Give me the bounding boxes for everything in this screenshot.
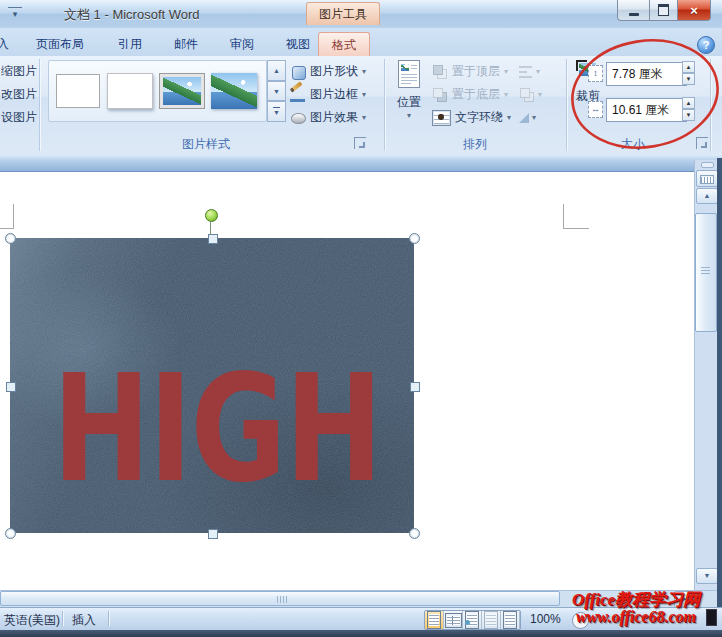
title-bar: ▾ 文档 1 - Microsoft Word 图片工具 × bbox=[0, 0, 722, 28]
tab-review[interactable]: 审阅 bbox=[218, 32, 266, 56]
print-layout-view-button[interactable] bbox=[425, 611, 444, 629]
handle-middle-right[interactable] bbox=[410, 382, 420, 392]
reset-picture-button[interactable]: 设图片 bbox=[1, 109, 41, 125]
bring-to-front-icon bbox=[432, 64, 448, 80]
position-button[interactable]: 位置 ▾ bbox=[390, 60, 428, 120]
thumb-grip bbox=[277, 596, 278, 603]
picture-styles-dialog-launcher-icon[interactable] bbox=[354, 137, 366, 149]
insert-mode-status[interactable]: 插入 bbox=[72, 612, 96, 629]
shape-width-icon: ↔ bbox=[588, 101, 603, 118]
tab-format-active[interactable]: 格式 bbox=[318, 32, 370, 57]
rotation-handle-stem bbox=[210, 221, 211, 235]
draft-view-icon bbox=[503, 611, 517, 629]
handle-bottom-right[interactable] bbox=[409, 528, 420, 539]
picture-styles-gallery[interactable] bbox=[48, 60, 267, 122]
text-wrapping-icon bbox=[432, 110, 451, 126]
handle-top-right[interactable] bbox=[409, 233, 420, 244]
change-picture-button[interactable]: 改图片 bbox=[1, 86, 41, 102]
height-spin-up-icon[interactable]: ▲ bbox=[682, 61, 695, 73]
web-layout-view-button[interactable] bbox=[463, 611, 482, 629]
horizontal-scroll-thumb[interactable] bbox=[0, 591, 560, 606]
close-button[interactable]: × bbox=[678, 0, 711, 21]
picture-style-thumbnail[interactable] bbox=[56, 74, 100, 108]
full-screen-reading-view-button[interactable] bbox=[444, 611, 463, 629]
group-divider bbox=[710, 59, 712, 151]
draft-view-button[interactable] bbox=[501, 611, 520, 629]
site-watermark: Office教程学习网 www.office68.com bbox=[552, 591, 720, 625]
ribbon: 缩图片 改图片 设图片 ▲ ▼ ▼ 图片形状 ▾ 图片边框 ▾ 图片效果 bbox=[0, 56, 722, 155]
handle-bottom-middle[interactable] bbox=[208, 529, 218, 539]
tab-mailings[interactable]: 邮件 bbox=[162, 32, 210, 56]
language-status[interactable]: 英语(美国) bbox=[4, 612, 60, 629]
group-button[interactable]: ▾ bbox=[519, 84, 555, 105]
close-icon: × bbox=[690, 3, 698, 18]
picture-tools-context-label: 图片工具 bbox=[306, 2, 380, 25]
handle-top-middle[interactable] bbox=[208, 234, 218, 244]
chevron-down-icon: ▾ bbox=[507, 113, 511, 122]
help-icon[interactable]: ? bbox=[697, 36, 715, 54]
scroll-up-icon[interactable]: ▲ bbox=[696, 188, 718, 204]
chevron-down-icon: ▾ bbox=[536, 67, 540, 76]
tab-partial-left[interactable]: 入 bbox=[0, 32, 12, 56]
tab-view[interactable]: 视图 bbox=[274, 32, 322, 56]
gallery-more-bar bbox=[273, 107, 280, 108]
word-window: ▾ 文档 1 - Microsoft Word 图片工具 × 入 页面布局 引用… bbox=[0, 0, 722, 637]
reading-view-icon bbox=[445, 613, 462, 628]
size-group-label: 大小 bbox=[568, 136, 698, 152]
window-controls: × bbox=[617, 0, 711, 20]
selected-picture[interactable]: HIGH bbox=[10, 238, 414, 533]
gallery-more-icon[interactable]: ▼ bbox=[267, 101, 286, 122]
shape-width-input[interactable]: 10.61 厘米 bbox=[606, 98, 687, 122]
status-separator bbox=[108, 611, 110, 626]
picture-shape-icon bbox=[290, 64, 306, 80]
rotate-button[interactable]: ▾ bbox=[519, 107, 555, 128]
height-spin-down-icon[interactable]: ▼ bbox=[682, 73, 695, 85]
picture-effects-button[interactable]: 图片效果 ▾ bbox=[290, 107, 382, 128]
width-spin-up-icon[interactable]: ▲ bbox=[682, 97, 695, 109]
picture-style-thumbnail[interactable] bbox=[211, 73, 257, 109]
shape-height-input[interactable]: 7.78 厘米 bbox=[606, 62, 687, 86]
view-ruler-button[interactable] bbox=[696, 170, 718, 187]
picture-style-thumbnail[interactable] bbox=[107, 73, 153, 109]
watermark-line1: Office教程学习网 bbox=[552, 591, 720, 608]
gallery-scroll-down-icon[interactable]: ▼ bbox=[267, 81, 286, 102]
handle-middle-left[interactable] bbox=[6, 382, 16, 392]
split-handle[interactable] bbox=[701, 162, 714, 168]
chevron-down-icon: ▾ bbox=[362, 67, 366, 76]
outline-view-button[interactable] bbox=[482, 611, 501, 629]
picture-effects-icon bbox=[290, 110, 306, 126]
tab-references[interactable]: 引用 bbox=[106, 32, 154, 56]
align-button[interactable]: ▾ bbox=[519, 61, 555, 82]
handle-bottom-left[interactable] bbox=[5, 528, 16, 539]
quick-access-more-icon[interactable]: ▾ bbox=[8, 7, 22, 22]
vertical-scroll-thumb[interactable] bbox=[695, 213, 717, 332]
gallery-scroll-up-icon[interactable]: ▲ bbox=[267, 60, 286, 81]
chevron-down-icon: ▾ bbox=[504, 67, 508, 76]
window-bottom-border bbox=[0, 630, 722, 637]
group-objects-icon bbox=[519, 87, 535, 103]
bring-to-front-button[interactable]: 置于顶层 ▾ bbox=[432, 61, 518, 82]
rotation-handle[interactable] bbox=[205, 209, 218, 222]
compress-pictures-button[interactable]: 缩图片 bbox=[1, 63, 41, 79]
picture-style-thumbnail[interactable] bbox=[160, 74, 204, 108]
picture-border-button[interactable]: 图片边框 ▾ bbox=[290, 84, 382, 105]
size-dialog-launcher-icon[interactable] bbox=[696, 137, 708, 149]
gallery-scroll-buttons: ▲ ▼ ▼ bbox=[267, 60, 286, 122]
view-shortcuts bbox=[424, 610, 521, 630]
restore-icon bbox=[658, 4, 669, 16]
window-right-border bbox=[717, 158, 722, 630]
send-to-back-button[interactable]: 置于底层 ▾ bbox=[432, 84, 518, 105]
minimize-button[interactable] bbox=[617, 0, 650, 21]
width-spinner: ▲ ▼ bbox=[682, 97, 695, 121]
restore-button[interactable] bbox=[650, 0, 678, 21]
picture-shape-button[interactable]: 图片形状 ▾ bbox=[290, 61, 382, 82]
handle-top-left[interactable] bbox=[5, 233, 16, 244]
text-wrapping-button[interactable]: 文字环绕 ▾ bbox=[432, 107, 518, 128]
scroll-down-icon[interactable]: ▼ bbox=[696, 568, 718, 584]
picture-border-icon bbox=[290, 87, 306, 103]
height-spinner: ▲ ▼ bbox=[682, 61, 695, 85]
tab-page-layout[interactable]: 页面布局 bbox=[20, 32, 100, 56]
arrange-group-label: 排列 bbox=[386, 136, 564, 152]
width-spin-down-icon[interactable]: ▼ bbox=[682, 109, 695, 121]
web-layout-icon bbox=[465, 611, 479, 629]
